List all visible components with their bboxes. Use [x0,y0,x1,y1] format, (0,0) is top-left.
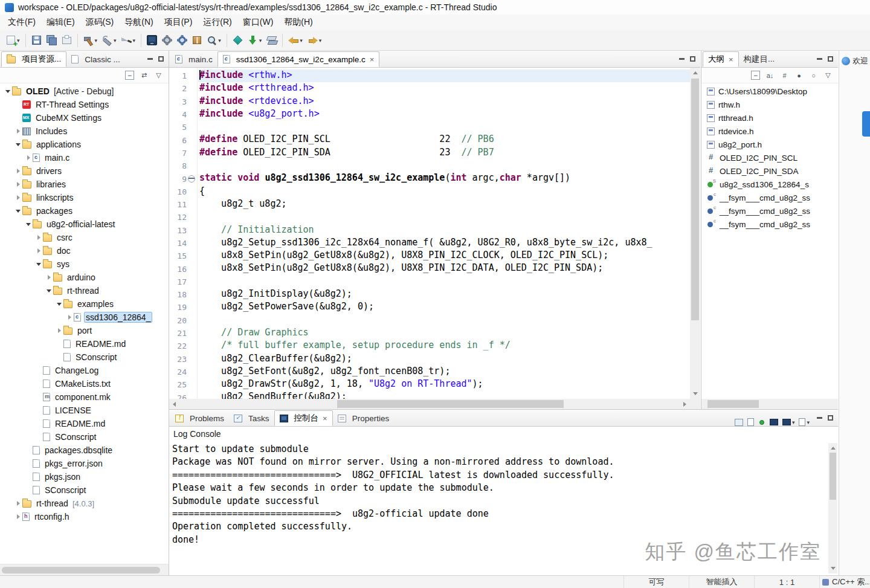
tree-expand-icon[interactable] [55,328,63,333]
hide-static-icon[interactable]: ● [794,71,804,80]
tree-item[interactable]: README.md [0,337,169,351]
code-line[interactable]: u8g2_SetPowerSave(&u8g2, 0); [198,301,690,314]
tree-expand-icon[interactable] [14,501,22,506]
sort-icon[interactable]: a↓ [765,71,775,80]
console-view-tab[interactable]: Problems [170,410,229,426]
menubar-item[interactable]: 源码(S) [80,15,120,30]
code-line[interactable] [198,314,690,327]
tree-item[interactable]: Includes [0,124,169,138]
build-icon[interactable]: ▾ [81,33,100,48]
tree-item[interactable]: doc [0,244,169,257]
search-icon[interactable]: ▾ [204,33,224,48]
explorer-view-tab[interactable]: Classic ... [66,51,125,67]
tree-expand-icon[interactable] [14,169,22,173]
tree-item[interactable]: ssd1306_12864_ [0,311,169,324]
editor-vertical-scrollbar[interactable] [690,68,700,399]
fold-toggle-icon[interactable] [187,175,196,183]
tree-item[interactable]: examples [0,297,169,311]
console-view-tab[interactable]: 控制台× [274,410,333,426]
menubar-item[interactable]: 项目(P) [159,15,198,30]
close-tab-icon[interactable]: × [323,414,327,423]
menubar-item[interactable]: 文件(F) [2,15,41,30]
code-line[interactable] [198,276,690,288]
scrollbar-thumb[interactable] [830,453,836,500]
tree-item[interactable]: sys [0,257,169,271]
code-line[interactable]: u8g2_InitDisplay(&u8g2); [198,288,690,301]
tree-item[interactable]: packages [0,204,169,218]
editor-horizontal-scrollbar[interactable] [169,399,690,409]
outline-item[interactable]: C:\Users\18099\Desktop [701,85,838,98]
scroll-up-icon[interactable] [828,443,838,453]
outline-item[interactable]: u8g2_ssd1306_12864_s [701,178,838,191]
menubar-item[interactable]: 帮助(H) [279,15,318,30]
save-all-icon[interactable] [44,33,59,48]
code-line[interactable]: #include <rtdevice.h> [198,95,690,108]
tree-item[interactable]: pkgs.json [0,470,169,483]
perspective-icon[interactable] [264,33,279,48]
code-line[interactable]: u8g2_SendBuffer(&u8g2); [198,391,690,399]
tree-item[interactable]: linkscripts [0,191,169,204]
tree-expand-icon[interactable] [14,210,22,213]
code-line[interactable]: u8g2_t u8g2; [198,198,690,211]
tree-expand-icon[interactable] [14,514,22,519]
pin-console-icon[interactable] [758,419,765,426]
code-line[interactable] [198,211,690,224]
welcome-view-button[interactable]: 欢迎 [839,51,870,66]
code-content[interactable]: #include <rthw.h>#include <rtthread.h>#i… [198,68,690,399]
code-line[interactable]: { [198,186,690,198]
tree-expand-icon[interactable] [4,90,12,93]
code-line[interactable]: u8g2_DrawStr(&u8g2, 1, 18, "U8g2 on RT-T… [198,378,690,391]
tree-item[interactable]: SConscript [0,483,169,497]
close-tab-icon[interactable]: × [370,55,375,64]
code-line[interactable]: #include <rthw.h> [198,69,690,82]
display-selected-console-icon[interactable] [770,419,778,425]
tree-expand-icon[interactable] [55,303,63,306]
scroll-up-icon[interactable] [690,68,700,78]
minimize-icon[interactable] [147,58,153,60]
tree-item[interactable]: main.c [0,151,169,164]
tree-expand-icon[interactable] [24,223,33,226]
back-icon[interactable]: ▾ [286,33,305,48]
open-console-icon[interactable]: ▾ [782,419,795,425]
tree-expand-icon[interactable] [14,143,22,146]
tree-expand-icon[interactable] [24,155,33,160]
view-menu-icon[interactable]: ▽ [154,71,163,80]
tree-item[interactable]: rtconfig.h [0,510,169,523]
editor-tab[interactable]: ssd1306_12864_sw_i2c_example.c× [218,51,380,67]
console-view-tab[interactable]: Properties [333,410,395,426]
maximize-icon[interactable] [158,56,164,62]
tree-item[interactable]: csrc [0,231,169,244]
tree-expand-icon[interactable] [45,289,53,292]
menubar-item[interactable]: 编辑(E) [41,15,80,30]
hide-fields-icon[interactable]: # [780,71,789,80]
tree-item[interactable]: port [0,324,169,337]
scrollbar-thumb[interactable] [2,567,160,573]
outline-item[interactable]: __fsym___cmd_u8g2_ss [701,204,838,218]
code-line[interactable]: u8g2_Setup_ssd1306_i2c_128x64_noname_f( … [198,237,690,250]
tree-item[interactable]: README.md [0,417,169,430]
tree-expand-icon[interactable] [34,248,43,253]
clear-console-icon[interactable] [735,419,743,426]
maximize-icon[interactable] [690,56,695,62]
outline-item[interactable]: __fsym___cmd_u8g2_ss [701,191,838,204]
code-line[interactable]: #define OLED_I2C_PIN_SCL 22 // PB6 [198,134,690,146]
new-wizard-icon[interactable]: ▾ [4,33,22,48]
tree-item[interactable]: drivers [0,164,169,178]
tree-expand-icon[interactable] [14,129,22,134]
outline-item[interactable]: rthw.h [701,98,838,111]
tree-expand-icon[interactable] [14,182,22,187]
tree-item[interactable]: LICENSE [0,404,169,417]
maximize-icon[interactable] [828,415,833,421]
code-editor[interactable]: 1234567891011121314151617181920212223242… [169,68,700,409]
code-line[interactable]: #include <rtthread.h> [198,82,690,95]
tree-item[interactable]: CubeMX Settings [0,111,169,124]
minimize-icon[interactable] [679,58,685,60]
tree-expand-icon[interactable] [34,235,43,240]
tree-item[interactable]: SConscript [0,351,169,364]
tree-item[interactable]: ChangeLog [0,364,169,377]
collapse-all-icon[interactable]: − [125,71,134,80]
forward-icon[interactable]: ▾ [305,33,324,48]
code-line[interactable] [198,160,690,172]
code-line[interactable]: u8x8_SetPin(u8g2_GetU8x8(&u8g2), U8X8_PI… [198,262,690,275]
outline-view-tab[interactable]: 大纲× [703,51,739,67]
